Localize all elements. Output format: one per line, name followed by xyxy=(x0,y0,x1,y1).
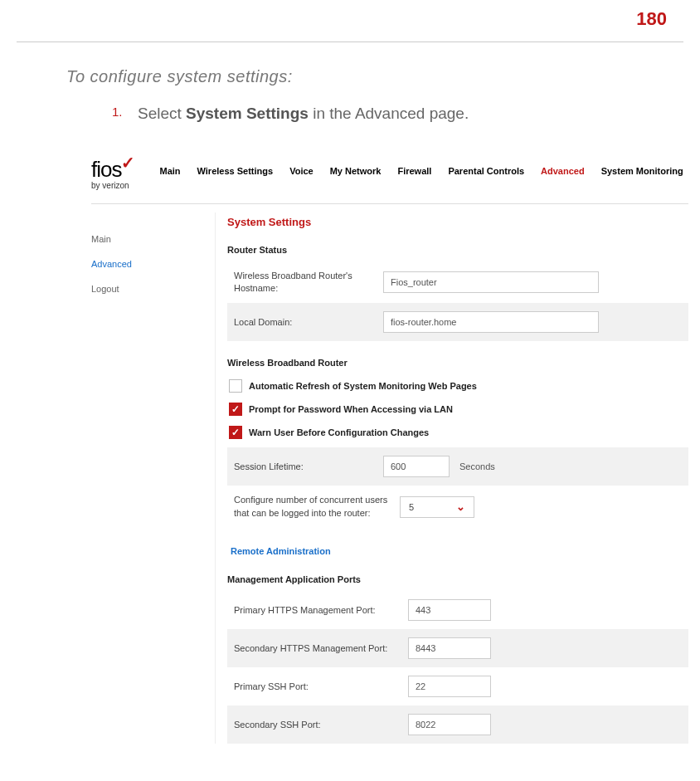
primary-ssh-input[interactable] xyxy=(408,676,491,697)
primary-https-label: Primary HTTPS Management Port: xyxy=(234,604,408,617)
secondary-https-label: Secondary HTTPS Management Port: xyxy=(234,642,408,655)
logo-tagline: by verizon xyxy=(91,181,134,190)
prompt-password-row: ✓ Prompt for Password When Accessing via… xyxy=(227,398,688,421)
wbr-heading: Wireless Broadband Router xyxy=(227,358,688,368)
step-bold: System Settings xyxy=(186,105,309,122)
local-domain-row: Local Domain: xyxy=(227,303,688,341)
session-lifetime-unit: Seconds xyxy=(459,461,495,471)
secondary-https-row: Secondary HTTPS Management Port: xyxy=(227,629,688,667)
primary-ssh-row: Primary SSH Port: xyxy=(227,667,688,705)
concurrent-users-value: 5 xyxy=(409,502,414,512)
nav-my-network[interactable]: My Network xyxy=(330,166,382,176)
embedded-screenshot: fios✓ by verizon Main Wireless Settings … xyxy=(91,146,688,744)
step-suffix: in the Advanced page. xyxy=(309,105,469,122)
concurrent-users-row: Configure number of concurrent users tha… xyxy=(227,486,688,528)
intro-heading: To configure system settings: xyxy=(66,67,650,86)
nav-firewall[interactable]: Firewall xyxy=(397,166,431,176)
nav-advanced[interactable]: Advanced xyxy=(541,166,585,176)
top-nav: fios✓ by verizon Main Wireless Settings … xyxy=(91,146,688,204)
sidebar-item-advanced[interactable]: Advanced xyxy=(91,254,207,279)
router-status-heading: Router Status xyxy=(227,245,688,255)
step-prefix: Select xyxy=(138,105,186,122)
nav-wireless-settings[interactable]: Wireless Settings xyxy=(197,166,274,176)
prompt-password-label: Prompt for Password When Accessing via L… xyxy=(249,404,453,414)
auto-refresh-row: Automatic Refresh of System Monitoring W… xyxy=(227,374,688,398)
local-domain-label: Local Domain: xyxy=(234,316,383,329)
sidebar-item-main[interactable]: Main xyxy=(91,229,207,254)
step-number: 1. xyxy=(112,105,123,119)
auto-refresh-checkbox[interactable] xyxy=(229,379,242,393)
nav-main[interactable]: Main xyxy=(159,166,180,176)
remote-administration-link[interactable]: Remote Administration xyxy=(231,546,688,556)
admin-body: Main Advanced Logout System Settings Rou… xyxy=(91,204,688,744)
prompt-password-checkbox[interactable]: ✓ xyxy=(229,403,242,416)
local-domain-input[interactable] xyxy=(383,311,599,333)
concurrent-users-label: Configure number of concurrent users tha… xyxy=(234,494,400,520)
primary-ssh-label: Primary SSH Port: xyxy=(234,681,408,693)
secondary-ssh-row: Secondary SSH Port: xyxy=(227,705,688,744)
chevron-down-icon: ⌄ xyxy=(456,500,465,513)
logo-brand: fios✓ xyxy=(91,153,134,183)
nav-voice[interactable]: Voice xyxy=(289,166,314,176)
check-icon: ✓ xyxy=(121,154,134,172)
warn-user-checkbox[interactable]: ✓ xyxy=(229,426,242,439)
hostname-label: Wireless Broadband Router's Hostname: xyxy=(234,270,383,295)
main-panel: System Settings Router Status Wireless B… xyxy=(216,212,688,744)
nav-parental-controls[interactable]: Parental Controls xyxy=(448,166,524,176)
page-number: 180 xyxy=(17,0,683,41)
step-line: 1. Select System Settings in the Advance… xyxy=(112,105,650,123)
primary-https-input[interactable] xyxy=(408,599,491,621)
session-lifetime-row: Session Lifetime: Seconds xyxy=(227,447,688,486)
secondary-ssh-input[interactable] xyxy=(408,714,491,735)
session-lifetime-label: Session Lifetime: xyxy=(234,461,383,473)
hostname-input[interactable] xyxy=(383,271,599,293)
primary-https-row: Primary HTTPS Management Port: xyxy=(227,591,688,629)
warn-user-row: ✓ Warn User Before Configuration Changes xyxy=(227,421,688,444)
ports-block: Primary HTTPS Management Port: Secondary… xyxy=(227,591,688,744)
warn-user-label: Warn User Before Configuration Changes xyxy=(249,427,429,437)
concurrent-users-select[interactable]: 5 ⌄ xyxy=(400,496,474,518)
secondary-https-input[interactable] xyxy=(408,637,491,659)
auto-refresh-label: Automatic Refresh of System Monitoring W… xyxy=(249,381,477,391)
fios-logo: fios✓ by verizon xyxy=(91,153,134,190)
step-text: Select System Settings in the Advanced p… xyxy=(138,105,469,122)
mgmt-ports-heading: Management Application Ports xyxy=(227,574,688,584)
panel-title: System Settings xyxy=(227,216,688,228)
sidebar: Main Advanced Logout xyxy=(91,212,216,744)
secondary-ssh-label: Secondary SSH Port: xyxy=(234,719,408,731)
session-lifetime-input[interactable] xyxy=(383,456,450,477)
hostname-row: Wireless Broadband Router's Hostname: xyxy=(227,261,688,304)
nav-system-monitoring[interactable]: System Monitoring xyxy=(601,166,683,176)
sidebar-item-logout[interactable]: Logout xyxy=(91,279,207,304)
logo-brand-text: fios xyxy=(91,157,121,182)
